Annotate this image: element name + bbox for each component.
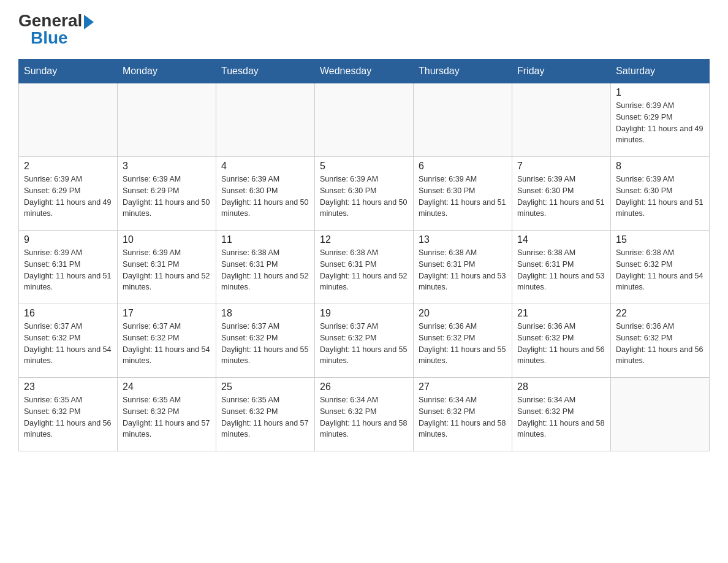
calendar-day-cell: 1Sunrise: 6:39 AMSunset: 6:29 PMDaylight… xyxy=(611,83,710,157)
calendar-day-cell: 3Sunrise: 6:39 AMSunset: 6:29 PMDaylight… xyxy=(118,157,216,231)
day-info: Sunrise: 6:37 AMSunset: 6:32 PMDaylight:… xyxy=(24,321,112,367)
day-number: 4 xyxy=(221,161,309,172)
calendar-day-cell xyxy=(19,83,118,157)
calendar-day-cell xyxy=(315,83,414,157)
day-number: 26 xyxy=(320,381,408,393)
day-of-week-header: Saturday xyxy=(611,59,710,83)
calendar-day-cell: 2Sunrise: 6:39 AMSunset: 6:29 PMDaylight… xyxy=(19,157,118,231)
day-info: Sunrise: 6:37 AMSunset: 6:32 PMDaylight:… xyxy=(123,321,211,367)
calendar-day-cell: 18Sunrise: 6:37 AMSunset: 6:32 PMDayligh… xyxy=(216,304,315,378)
calendar-day-cell: 15Sunrise: 6:38 AMSunset: 6:32 PMDayligh… xyxy=(611,231,710,304)
calendar-day-cell: 9Sunrise: 6:39 AMSunset: 6:31 PMDaylight… xyxy=(19,231,118,304)
day-of-week-header: Monday xyxy=(118,59,216,83)
calendar-day-cell: 16Sunrise: 6:37 AMSunset: 6:32 PMDayligh… xyxy=(19,304,118,378)
calendar-day-cell: 5Sunrise: 6:39 AMSunset: 6:30 PMDaylight… xyxy=(315,157,414,231)
day-of-week-header: Wednesday xyxy=(315,59,414,83)
calendar-day-cell: 23Sunrise: 6:35 AMSunset: 6:32 PMDayligh… xyxy=(19,378,118,451)
day-number: 18 xyxy=(221,308,309,319)
day-number: 20 xyxy=(419,308,507,319)
calendar-day-cell xyxy=(118,83,216,157)
day-number: 2 xyxy=(24,161,112,172)
day-number: 3 xyxy=(123,161,211,172)
day-number: 25 xyxy=(221,381,309,393)
day-info: Sunrise: 6:37 AMSunset: 6:32 PMDaylight:… xyxy=(221,321,309,367)
day-number: 9 xyxy=(24,234,112,245)
calendar-day-cell: 12Sunrise: 6:38 AMSunset: 6:31 PMDayligh… xyxy=(315,231,414,304)
day-info: Sunrise: 6:38 AMSunset: 6:31 PMDaylight:… xyxy=(517,247,605,293)
day-info: Sunrise: 6:35 AMSunset: 6:32 PMDaylight:… xyxy=(123,394,211,440)
calendar-day-cell: 17Sunrise: 6:37 AMSunset: 6:32 PMDayligh… xyxy=(118,304,216,378)
day-of-week-header: Tuesday xyxy=(216,59,315,83)
day-info: Sunrise: 6:39 AMSunset: 6:31 PMDaylight:… xyxy=(24,247,112,293)
page-header: General Blue xyxy=(18,12,710,47)
day-number: 15 xyxy=(616,234,704,245)
day-number: 24 xyxy=(123,381,211,393)
day-number: 11 xyxy=(221,234,309,245)
day-number: 8 xyxy=(616,161,704,172)
calendar-week-row: 1Sunrise: 6:39 AMSunset: 6:29 PMDaylight… xyxy=(19,83,710,157)
calendar-day-cell: 25Sunrise: 6:35 AMSunset: 6:32 PMDayligh… xyxy=(216,378,315,451)
calendar-day-cell: 10Sunrise: 6:39 AMSunset: 6:31 PMDayligh… xyxy=(118,231,216,304)
day-info: Sunrise: 6:38 AMSunset: 6:31 PMDaylight:… xyxy=(419,247,507,293)
day-of-week-header: Friday xyxy=(512,59,611,83)
day-info: Sunrise: 6:39 AMSunset: 6:30 PMDaylight:… xyxy=(616,174,704,220)
day-of-week-header: Sunday xyxy=(19,59,118,83)
day-info: Sunrise: 6:39 AMSunset: 6:29 PMDaylight:… xyxy=(616,100,704,146)
calendar-day-cell: 14Sunrise: 6:38 AMSunset: 6:31 PMDayligh… xyxy=(512,231,611,304)
calendar-week-row: 23Sunrise: 6:35 AMSunset: 6:32 PMDayligh… xyxy=(19,378,710,451)
day-number: 5 xyxy=(320,161,408,172)
calendar-day-cell: 21Sunrise: 6:36 AMSunset: 6:32 PMDayligh… xyxy=(512,304,611,378)
day-number: 28 xyxy=(517,381,605,393)
day-number: 7 xyxy=(517,161,605,172)
calendar-table: SundayMondayTuesdayWednesdayThursdayFrid… xyxy=(18,59,710,451)
day-number: 12 xyxy=(320,234,408,245)
day-info: Sunrise: 6:39 AMSunset: 6:31 PMDaylight:… xyxy=(123,247,211,293)
day-number: 13 xyxy=(419,234,507,245)
calendar-day-cell: 4Sunrise: 6:39 AMSunset: 6:30 PMDaylight… xyxy=(216,157,315,231)
day-info: Sunrise: 6:39 AMSunset: 6:30 PMDaylight:… xyxy=(221,174,309,220)
day-info: Sunrise: 6:34 AMSunset: 6:32 PMDaylight:… xyxy=(517,394,605,440)
day-number: 17 xyxy=(123,308,211,319)
calendar-day-cell: 20Sunrise: 6:36 AMSunset: 6:32 PMDayligh… xyxy=(414,304,512,378)
day-number: 1 xyxy=(616,87,704,98)
day-info: Sunrise: 6:36 AMSunset: 6:32 PMDaylight:… xyxy=(517,321,605,367)
calendar-day-cell: 27Sunrise: 6:34 AMSunset: 6:32 PMDayligh… xyxy=(414,378,512,451)
day-number: 19 xyxy=(320,308,408,319)
day-info: Sunrise: 6:39 AMSunset: 6:29 PMDaylight:… xyxy=(123,174,211,220)
calendar-day-cell: 13Sunrise: 6:38 AMSunset: 6:31 PMDayligh… xyxy=(414,231,512,304)
day-info: Sunrise: 6:34 AMSunset: 6:32 PMDaylight:… xyxy=(320,394,408,440)
calendar-week-row: 9Sunrise: 6:39 AMSunset: 6:31 PMDaylight… xyxy=(19,231,710,304)
logo-blue-text: Blue xyxy=(31,29,68,47)
day-info: Sunrise: 6:38 AMSunset: 6:32 PMDaylight:… xyxy=(616,247,704,293)
logo: General Blue xyxy=(18,12,94,47)
calendar-day-cell: 26Sunrise: 6:34 AMSunset: 6:32 PMDayligh… xyxy=(315,378,414,451)
calendar-day-cell xyxy=(512,83,611,157)
calendar-day-cell: 22Sunrise: 6:36 AMSunset: 6:32 PMDayligh… xyxy=(611,304,710,378)
day-number: 22 xyxy=(616,308,704,319)
calendar-day-cell: 28Sunrise: 6:34 AMSunset: 6:32 PMDayligh… xyxy=(512,378,611,451)
day-number: 10 xyxy=(123,234,211,245)
day-info: Sunrise: 6:39 AMSunset: 6:30 PMDaylight:… xyxy=(419,174,507,220)
calendar-week-row: 2Sunrise: 6:39 AMSunset: 6:29 PMDaylight… xyxy=(19,157,710,231)
logo-arrow-icon xyxy=(84,15,94,29)
day-of-week-header: Thursday xyxy=(414,59,512,83)
day-info: Sunrise: 6:36 AMSunset: 6:32 PMDaylight:… xyxy=(419,321,507,367)
day-info: Sunrise: 6:38 AMSunset: 6:31 PMDaylight:… xyxy=(221,247,309,293)
day-info: Sunrise: 6:37 AMSunset: 6:32 PMDaylight:… xyxy=(320,321,408,367)
day-number: 16 xyxy=(24,308,112,319)
day-number: 6 xyxy=(419,161,507,172)
calendar-day-cell: 7Sunrise: 6:39 AMSunset: 6:30 PMDaylight… xyxy=(512,157,611,231)
calendar-day-cell: 8Sunrise: 6:39 AMSunset: 6:30 PMDaylight… xyxy=(611,157,710,231)
day-number: 21 xyxy=(517,308,605,319)
calendar-week-row: 16Sunrise: 6:37 AMSunset: 6:32 PMDayligh… xyxy=(19,304,710,378)
calendar-header-row: SundayMondayTuesdayWednesdayThursdayFrid… xyxy=(19,59,710,83)
calendar-day-cell: 6Sunrise: 6:39 AMSunset: 6:30 PMDaylight… xyxy=(414,157,512,231)
day-info: Sunrise: 6:38 AMSunset: 6:31 PMDaylight:… xyxy=(320,247,408,293)
day-number: 27 xyxy=(419,381,507,393)
calendar-day-cell xyxy=(611,378,710,451)
day-number: 23 xyxy=(24,381,112,393)
day-info: Sunrise: 6:39 AMSunset: 6:29 PMDaylight:… xyxy=(24,174,112,220)
calendar-day-cell xyxy=(216,83,315,157)
logo-general-text: General xyxy=(18,12,94,29)
day-info: Sunrise: 6:34 AMSunset: 6:32 PMDaylight:… xyxy=(419,394,507,440)
